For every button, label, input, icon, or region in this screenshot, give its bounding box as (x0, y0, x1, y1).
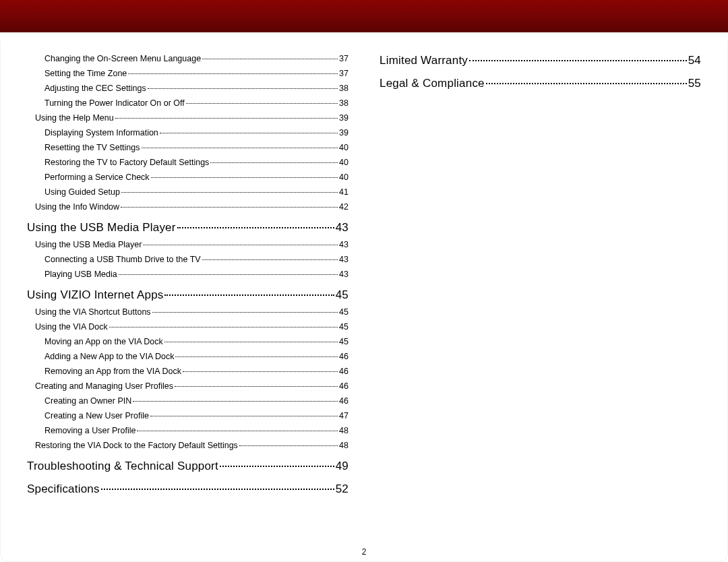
toc-entry[interactable]: Adding a New App to the VIA Dock46 (27, 352, 348, 361)
toc-entry[interactable]: Resetting the TV Settings40 (27, 143, 348, 152)
toc-entry-label: Using the Help Menu (35, 113, 114, 123)
toc-entry[interactable]: Using the Info Window42 (27, 202, 348, 212)
toc-leader-dots (142, 148, 338, 148)
toc-entry-page: 38 (339, 98, 348, 108)
toc-entry-label: Using VIZIO Internet Apps (27, 288, 163, 302)
toc-entry-label: Connecting a USB Thumb Drive to the TV (44, 255, 201, 264)
toc-entry[interactable]: Displaying System Information39 (27, 128, 348, 137)
toc-entry-label: Creating an Owner PIN (44, 396, 131, 406)
toc-entry-page: 45 (339, 322, 348, 332)
toc-entry-page: 43 (336, 221, 348, 235)
toc-entry[interactable]: Using Guided Setup41 (27, 187, 348, 197)
toc-column-right: Limited Warranty54Legal & Compliance55 (380, 54, 701, 544)
toc-entry[interactable]: Using the USB Media Player43 (27, 221, 348, 235)
toc-entry-page: 46 (339, 352, 348, 361)
toc-leader-dots (109, 327, 338, 327)
toc-entry-page: 48 (339, 441, 348, 450)
toc-entry[interactable]: Using VIZIO Internet Apps45 (27, 288, 348, 302)
toc-entry-page: 39 (339, 113, 348, 123)
toc-entry[interactable]: Using the VIA Shortcut Buttons45 (27, 307, 348, 317)
toc-entry[interactable]: Changing the On-Screen Menu Language37 (27, 54, 348, 63)
toc-entry[interactable]: Using the VIA Dock45 (27, 322, 348, 332)
toc-leader-dots (202, 59, 338, 59)
toc-leader-dots (202, 259, 338, 260)
toc-entry-label: Changing the On-Screen Menu Language (44, 54, 201, 63)
toc-entry-page: 41 (339, 187, 348, 197)
toc-entry[interactable]: Connecting a USB Thumb Drive to the TV43 (27, 255, 348, 264)
toc-entry-page: 45 (336, 288, 348, 302)
toc-entry[interactable]: Creating a New User Profile47 (27, 411, 348, 420)
toc-entry[interactable]: Using the USB Media Player43 (27, 240, 348, 249)
toc-entry-label: Using the VIA Shortcut Buttons (35, 307, 151, 317)
toc-leader-dots (177, 227, 334, 228)
toc-entry-label: Displaying System Information (44, 128, 158, 137)
toc-entry-label: Setting the Time Zone (44, 69, 127, 78)
toc-entry-label: Turning the Power Indicator On or Off (44, 98, 185, 108)
header-bar (0, 0, 728, 40)
toc-entry[interactable]: Legal & Compliance55 (380, 77, 701, 90)
toc-entry-label: Creating and Managing User Profiles (35, 381, 173, 391)
toc-entry-page: 46 (339, 381, 348, 391)
toc-entry-page: 49 (336, 460, 348, 473)
toc-leader-dots (137, 431, 338, 431)
toc-leader-dots (220, 466, 334, 467)
toc-entry-page: 37 (339, 69, 348, 78)
toc-entry-page: 45 (339, 337, 348, 346)
toc-entry-label: Removing a User Profile (44, 426, 135, 435)
toc-leader-dots (152, 312, 338, 313)
toc-entry-label: Restoring the VIA Dock to the Factory De… (35, 441, 238, 450)
toc-entry-page: 37 (339, 54, 348, 63)
toc-entry-label: Creating a New User Profile (44, 411, 149, 420)
toc-entry-label: Using the USB Media Player (27, 221, 176, 235)
toc-entry-page: 52 (336, 482, 348, 496)
toc-entry-label: Specifications (27, 482, 100, 496)
toc-leader-dots (160, 133, 338, 133)
toc-entry[interactable]: Removing a User Profile48 (27, 426, 348, 435)
toc-entry-label: Removing an App from the VIA Dock (44, 367, 181, 376)
toc-entry[interactable]: Performing a Service Check40 (27, 173, 348, 182)
toc-entry-label: Legal & Compliance (380, 77, 485, 90)
toc-leader-dots (486, 83, 687, 84)
toc-entry-page: 45 (339, 307, 348, 317)
toc-leader-dots (143, 245, 338, 245)
toc-entry[interactable]: Creating an Owner PIN46 (27, 396, 348, 406)
toc-entry-page: 55 (688, 77, 701, 90)
toc-entry-page: 40 (339, 158, 348, 167)
toc-leader-dots (148, 88, 338, 89)
toc-leader-dots (175, 356, 338, 357)
toc-leader-dots (121, 192, 338, 193)
toc-entry-label: Limited Warranty (380, 54, 468, 67)
toc-entry[interactable]: Troubleshooting & Technical Support49 (27, 460, 348, 473)
toc-entry-label: Using the Info Window (35, 202, 119, 212)
toc-leader-dots (151, 177, 338, 178)
toc-leader-dots (119, 274, 338, 275)
toc-entry[interactable]: Turning the Power Indicator On or Off38 (27, 98, 348, 108)
toc-entry-page: 40 (339, 143, 348, 152)
toc-entry[interactable]: Restoring the TV to Factory Default Sett… (27, 158, 348, 167)
toc-entry-label: Restoring the TV to Factory Default Sett… (44, 158, 209, 167)
toc-entry-label: Adding a New App to the VIA Dock (44, 352, 174, 361)
toc-entry-label: Using the VIA Dock (35, 322, 108, 332)
toc-leader-dots (133, 401, 338, 402)
toc-leader-dots (101, 489, 334, 490)
toc-entry[interactable]: Setting the Time Zone37 (27, 69, 348, 78)
toc-entry[interactable]: Adjusting the CEC Settings38 (27, 84, 348, 93)
toc-entry[interactable]: Specifications52 (27, 482, 348, 496)
toc-entry[interactable]: Limited Warranty54 (380, 54, 701, 67)
toc-entry-page: 54 (688, 54, 701, 67)
toc-entry[interactable]: Creating and Managing User Profiles46 (27, 381, 348, 391)
toc-entry-page: 43 (339, 240, 348, 249)
toc-entry-page: 46 (339, 396, 348, 406)
toc-entry[interactable]: Using the Help Menu39 (27, 113, 348, 123)
toc-entry[interactable]: Removing an App from the VIA Dock46 (27, 367, 348, 376)
toc-leader-dots (186, 103, 338, 104)
toc-column-left: Changing the On-Screen Menu Language37Se… (27, 54, 348, 544)
toc-entry[interactable]: Moving an App on the VIA Dock45 (27, 337, 348, 346)
toc-entry-page: 43 (339, 270, 348, 279)
toc-entry-label: Playing USB Media (44, 270, 117, 279)
toc-entry-label: Moving an App on the VIA Dock (44, 337, 163, 346)
toc-entry-page: 38 (339, 84, 348, 93)
toc-leader-dots (210, 162, 338, 163)
toc-entry[interactable]: Restoring the VIA Dock to the Factory De… (27, 441, 348, 450)
toc-entry[interactable]: Playing USB Media43 (27, 270, 348, 279)
